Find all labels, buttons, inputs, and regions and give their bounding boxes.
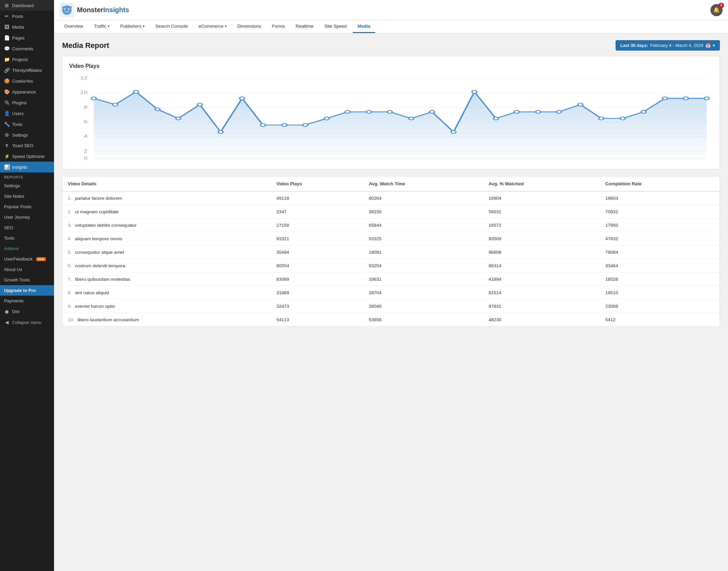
svg-rect-6 — [62, 6, 63, 8]
sidebar-label-userfeedback: UserFeedback — [4, 256, 33, 262]
tab-realtime[interactable]: Realtime — [291, 20, 318, 33]
svg-point-49 — [662, 97, 668, 100]
svg-point-5 — [69, 8, 70, 9]
sidebar-item-appearance[interactable]: 🎨 Appearance — [0, 86, 54, 97]
sidebar-item-settings[interactable]: ⚙ Settings — [0, 130, 54, 140]
table-row: 9. eveniet harum optio 32473 26040 97831… — [62, 300, 720, 313]
sidebar-item-about-us[interactable]: About Us — [0, 264, 54, 275]
userfeedback-badge: NEW — [36, 257, 46, 261]
row-number: 6. — [68, 263, 72, 268]
sidebar-item-yoast[interactable]: Y Yoast SEO — [0, 140, 54, 151]
col-header-video-details: Video Details — [62, 176, 271, 191]
sidebar-item-divi[interactable]: ◉ Divi — [0, 306, 54, 317]
sidebar-item-userfeedback[interactable]: UserFeedback NEW — [0, 254, 54, 264]
tab-publishers[interactable]: Publishers ▾ — [115, 20, 149, 33]
settings-icon: ⚙ — [4, 132, 9, 138]
sidebar-item-dashboard[interactable]: ⊞ Dashboard — [0, 0, 54, 11]
sidebar-item-plugins[interactable]: 🔌 Plugins — [0, 97, 54, 108]
sidebar-item-thirsty-affiliates[interactable]: 🔗 ThirstyAffiliates — [0, 65, 54, 76]
logo-text-main: Monster — [77, 6, 103, 13]
sidebar-label-upgrade: Upgrade to Pro — [4, 288, 36, 293]
tab-dimensions[interactable]: Dimensions — [233, 20, 266, 33]
ecommerce-chevron: ▾ — [225, 24, 227, 28]
cell-avg-watch-time: 65844 — [363, 219, 483, 232]
cell-video-name: 7. libero quibusdam molestias — [62, 273, 271, 286]
row-number: 9. — [68, 304, 72, 309]
thirsty-affiliates-icon: 🔗 — [4, 67, 9, 73]
table-row: 6. nostrum deleniti tempora 80554 93254 … — [62, 259, 720, 273]
cell-completion-rate: 33464 — [600, 259, 720, 273]
sidebar-item-media[interactable]: 🖼 Media — [0, 22, 54, 32]
sidebar-item-reports-tools[interactable]: Tools — [0, 233, 54, 243]
sidebar-label-reports-settings: Settings — [4, 183, 20, 188]
sidebar-item-growth-tools[interactable]: Growth Tools — [0, 275, 54, 285]
svg-point-27 — [197, 103, 202, 106]
col-header-avg-pct-watched: Avg. % Watched — [483, 176, 600, 191]
media-icon: 🖼 — [4, 24, 9, 30]
sidebar-item-speed-optimizer[interactable]: ⚡ Speed Optimizer — [0, 151, 54, 162]
svg-point-47 — [620, 117, 625, 120]
svg-text:12: 12 — [80, 76, 87, 80]
tools-icon: 🔧 — [4, 121, 9, 127]
sidebar-item-collapse[interactable]: ◀ Collapse menu — [0, 317, 54, 328]
date-range-button[interactable]: Last 30 days: February 4 - March 4, 2024… — [616, 40, 720, 51]
chart-container: 12 10 8 6 4 2 0 — [69, 75, 713, 162]
sidebar-item-pages[interactable]: 📄 Pages — [0, 32, 54, 43]
sidebar-label-insights: Insights — [12, 165, 27, 170]
cell-video-name: 8. sint natus aliquid — [62, 286, 271, 300]
users-icon: 👤 — [4, 111, 9, 116]
svg-point-25 — [155, 108, 160, 111]
svg-point-45 — [578, 103, 583, 106]
tab-overview[interactable]: Overview — [59, 20, 88, 33]
sidebar-item-user-journey[interactable]: User Journey — [0, 212, 54, 222]
cell-video-name: 10. libero laudantium accusantium — [62, 313, 271, 327]
cell-video-name: 4. aliquam tempore omnis — [62, 232, 271, 246]
sidebar-item-tools[interactable]: 🔧 Tools — [0, 119, 54, 130]
tab-site-speed[interactable]: Site Speed — [320, 20, 352, 33]
main-area: MonsterInsights 🔔 0 Overview Traffic ▾ P… — [54, 0, 728, 571]
notification-bell[interactable]: 🔔 0 — [710, 4, 723, 16]
sidebar-label-site-notes: Site Notes — [4, 194, 24, 199]
sidebar-item-upgrade[interactable]: Upgrade to Pro — [0, 285, 54, 296]
cell-avg-pct-watched: 16572 — [483, 219, 600, 232]
sidebar-item-comments[interactable]: 💬 Comments — [0, 43, 54, 54]
sidebar-item-seo[interactable]: SEO — [0, 222, 54, 233]
video-name: sint natus aliquid — [75, 290, 109, 295]
publishers-chevron: ▾ — [143, 24, 145, 28]
table-row: 10. libero laudantium accusantium 54113 … — [62, 313, 720, 327]
table-row: 1. pariatur facere dolorem 49118 80264 1… — [62, 191, 720, 205]
sidebar-item-projects[interactable]: 📁 Projects — [0, 54, 54, 65]
svg-point-41 — [493, 117, 498, 120]
plugins-icon: 🔌 — [4, 100, 9, 105]
cell-completion-rate: 47632 — [600, 232, 720, 246]
sidebar-item-posts[interactable]: ✏ Posts — [0, 11, 54, 22]
table-row: 2. ut magnam cupiditate 2347 39150 56031… — [62, 205, 720, 219]
sidebar-item-reports-settings[interactable]: Settings — [0, 181, 54, 191]
sidebar-item-users[interactable]: 👤 Users — [0, 108, 54, 119]
sidebar-item-payments[interactable]: Payments — [0, 296, 54, 306]
cell-avg-watch-time: 26040 — [363, 300, 483, 313]
dashboard-icon: ⊞ — [4, 3, 9, 8]
sidebar-item-cookieyes[interactable]: 🍪 CookieYes — [0, 76, 54, 86]
sidebar-item-addons[interactable]: Addons — [0, 243, 54, 254]
tab-forms[interactable]: Forms — [267, 20, 289, 33]
svg-point-32 — [303, 124, 308, 127]
date-range-label: Last 30 days: — [620, 43, 648, 48]
sidebar-label-user-journey: User Journey — [4, 215, 30, 220]
video-name: pariatur facere dolorem — [75, 196, 122, 201]
tab-media[interactable]: Media — [353, 20, 375, 33]
cell-avg-pct-watched: 86314 — [483, 259, 600, 273]
row-number: 2. — [68, 209, 72, 214]
tab-traffic[interactable]: Traffic ▾ — [89, 20, 114, 33]
cell-avg-pct-watched: 97831 — [483, 300, 600, 313]
tab-search-console[interactable]: Search Console — [151, 20, 192, 33]
sidebar-item-site-notes[interactable]: Site Notes — [0, 191, 54, 201]
sidebar-item-popular-posts[interactable]: Popular Posts — [0, 201, 54, 212]
tab-ecommerce[interactable]: eCommerce ▾ — [194, 20, 231, 33]
svg-point-37 — [409, 117, 414, 120]
sidebar-label-payments: Payments — [4, 298, 24, 303]
nav-tabs: Overview Traffic ▾ Publishers ▾ Search C… — [54, 20, 728, 33]
sidebar-item-insights[interactable]: 📊 Insights — [0, 162, 54, 172]
cell-video-plays: 35494 — [271, 246, 363, 259]
svg-point-50 — [683, 97, 688, 100]
